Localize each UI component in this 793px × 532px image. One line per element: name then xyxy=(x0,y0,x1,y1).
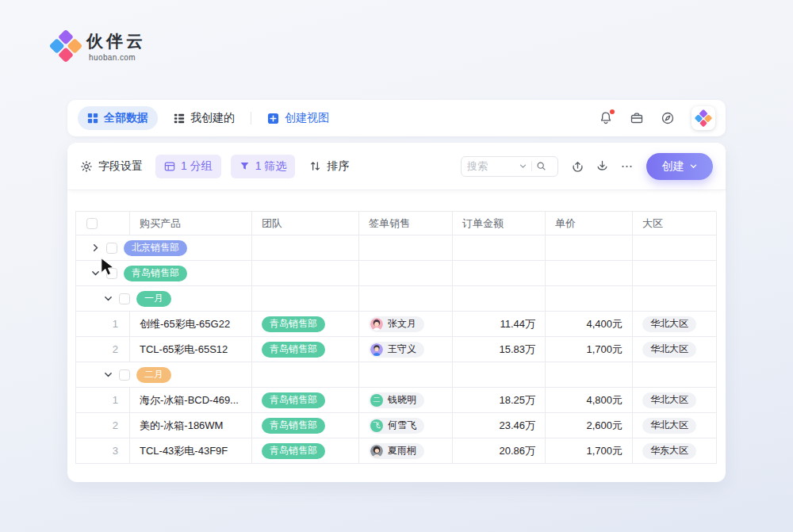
tab-create-view[interactable]: 创建视图 xyxy=(267,111,329,125)
bell-icon[interactable] xyxy=(599,111,613,125)
create-button-label: 创建 xyxy=(662,159,684,174)
empty-cell xyxy=(633,286,717,312)
mouse-cursor xyxy=(100,258,117,277)
amount-cell[interactable]: 15.83万 xyxy=(453,337,546,362)
search-icon[interactable] xyxy=(536,161,546,171)
avatar: 二 xyxy=(370,394,383,407)
search-input[interactable] xyxy=(467,160,515,172)
empty-cell xyxy=(252,261,359,286)
table-row[interactable]: 1 海尔-冰箱-BCD-469... 青岛销售部 二 钱晓明 18.25万 4,… xyxy=(76,388,716,413)
chevron-down-icon[interactable] xyxy=(104,294,113,303)
region-cell[interactable]: 华北大区 xyxy=(633,312,717,337)
amount-cell[interactable]: 20.86万 xyxy=(453,438,546,464)
briefcase-icon[interactable] xyxy=(630,111,644,125)
team-tag: 青岛销售部 xyxy=(262,316,325,332)
sales-name: 王守义 xyxy=(388,343,416,356)
avatar xyxy=(370,318,383,331)
compass-icon[interactable] xyxy=(661,111,675,125)
sales-cell[interactable]: 张文月 xyxy=(359,312,453,337)
sales-cell[interactable]: 王守义 xyxy=(359,337,453,362)
tab-all-data-label: 全部数据 xyxy=(104,111,148,125)
team-cell[interactable]: 青岛销售部 xyxy=(252,312,359,337)
team-cell[interactable]: 青岛销售部 xyxy=(252,337,359,362)
region-cell[interactable]: 华东大区 xyxy=(633,438,717,464)
download-icon[interactable] xyxy=(596,159,609,173)
price-cell[interactable]: 4,800元 xyxy=(546,388,633,413)
team-cell[interactable]: 青岛销售部 xyxy=(252,388,359,413)
empty-cell xyxy=(359,235,453,261)
region-cell[interactable]: 华北大区 xyxy=(633,388,717,413)
amount-cell[interactable]: 18.25万 xyxy=(453,388,546,413)
chevron-down-icon[interactable] xyxy=(91,269,100,277)
upload-icon[interactable] xyxy=(571,159,584,173)
product-cell[interactable]: 创维-65彩电-65G22 xyxy=(130,312,252,337)
group-row-february[interactable]: 二月 xyxy=(76,362,716,388)
search-box[interactable] xyxy=(461,156,558,177)
price-cell[interactable]: 1,700元 xyxy=(546,337,633,362)
select-all-checkbox[interactable] xyxy=(86,218,98,229)
table-row[interactable]: 2 TCL-65彩电-65S12 青岛销售部 王守义 15.83万 1,700元 xyxy=(76,337,716,362)
table-header-row: 购买产品 团队 签单销售 订单金额 单价 大区 xyxy=(76,212,716,235)
group-tag: 二月 xyxy=(136,367,171,383)
plus-square-icon xyxy=(267,113,279,124)
filter-label: 1 筛选 xyxy=(255,159,287,174)
column-header-amount[interactable]: 订单金额 xyxy=(453,212,546,235)
tab-my-created[interactable]: 我创建的 xyxy=(174,111,235,125)
column-header-product[interactable]: 购买产品 xyxy=(130,212,252,235)
group-row-beijing[interactable]: 北京销售部 xyxy=(76,235,716,261)
product-cell[interactable]: TCL-43彩电-43F9F xyxy=(130,438,252,464)
amount-cell[interactable]: 23.46万 xyxy=(453,413,546,438)
group-row-qingdao[interactable]: 青岛销售部 xyxy=(76,261,716,286)
region-tag: 华北大区 xyxy=(642,342,696,358)
group-checkbox[interactable] xyxy=(119,369,130,381)
price-cell[interactable]: 2,600元 xyxy=(546,413,633,438)
app-avatar[interactable] xyxy=(691,106,715,130)
sales-cell[interactable]: 飞 何雪飞 xyxy=(359,413,453,438)
team-cell[interactable]: 青岛销售部 xyxy=(252,438,359,464)
empty-cell xyxy=(453,261,546,286)
empty-cell xyxy=(633,261,717,286)
region-cell[interactable]: 华北大区 xyxy=(633,413,717,438)
product-cell[interactable]: 海尔-冰箱-BCD-469... xyxy=(130,388,252,413)
group-tag: 青岛销售部 xyxy=(124,266,187,281)
chevron-down-icon xyxy=(689,162,698,170)
group-button[interactable]: 1 分组 xyxy=(155,155,221,178)
price-cell[interactable]: 1,700元 xyxy=(546,438,633,464)
chevron-down-icon[interactable] xyxy=(519,162,527,170)
product-cell[interactable]: TCL-65彩电-65S12 xyxy=(130,337,252,362)
column-header-region[interactable]: 大区 xyxy=(633,212,717,235)
chevron-down-icon[interactable] xyxy=(104,370,113,379)
group-checkbox[interactable] xyxy=(106,243,117,254)
more-icon[interactable] xyxy=(620,159,634,173)
empty-cell xyxy=(633,362,717,388)
empty-cell xyxy=(359,362,453,388)
column-header-team[interactable]: 团队 xyxy=(252,212,359,235)
table-row[interactable]: 2 美的-冰箱-186WM 青岛销售部 飞 何雪飞 23.46万 2,600元 … xyxy=(76,413,716,438)
team-tag: 青岛销售部 xyxy=(262,443,325,459)
price-cell[interactable]: 4,400元 xyxy=(546,312,633,337)
column-header-price[interactable]: 单价 xyxy=(546,212,633,235)
amount-cell[interactable]: 11.44万 xyxy=(453,312,546,337)
group-row-january[interactable]: 一月 xyxy=(76,286,716,312)
table-row[interactable]: 3 TCL-43彩电-43F9F 青岛销售部 夏雨桐 20.86万 1,700元 xyxy=(76,438,716,464)
sales-cell[interactable]: 二 钱晓明 xyxy=(359,388,453,413)
row-number: 3 xyxy=(76,438,130,464)
empty-cell xyxy=(453,286,546,312)
team-cell[interactable]: 青岛销售部 xyxy=(252,413,359,438)
create-button[interactable]: 创建 xyxy=(646,153,713,180)
column-header-sales[interactable]: 签单销售 xyxy=(359,212,453,235)
brand-logo: 伙伴云 huoban.com xyxy=(54,30,146,62)
sales-cell[interactable]: 夏雨桐 xyxy=(359,438,453,464)
sales-person: 王守义 xyxy=(369,342,424,358)
sort-button[interactable]: 排序 xyxy=(309,159,349,174)
field-settings-button[interactable]: 字段设置 xyxy=(80,159,143,174)
tab-all-data[interactable]: 全部数据 xyxy=(78,106,158,130)
table-row[interactable]: 1 创维-65彩电-65G22 青岛销售部 张文月 11.44万 4,400元 xyxy=(76,312,716,337)
empty-cell xyxy=(252,235,359,261)
filter-button[interactable]: 1 筛选 xyxy=(231,155,296,178)
region-cell[interactable]: 华北大区 xyxy=(633,337,717,362)
chevron-right-icon[interactable] xyxy=(91,243,100,252)
product-cell[interactable]: 美的-冰箱-186WM xyxy=(130,413,252,438)
sales-name: 夏雨桐 xyxy=(388,444,416,457)
group-checkbox[interactable] xyxy=(119,293,130,304)
